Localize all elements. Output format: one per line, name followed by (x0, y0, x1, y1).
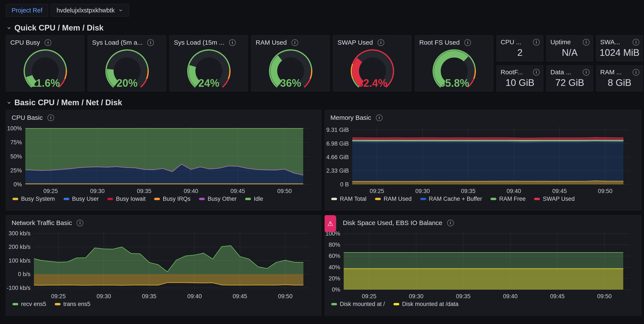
info-icon[interactable]: i (292, 39, 298, 46)
svg-text:75%: 75% (10, 139, 22, 146)
panel-title[interactable]: Uptime (550, 38, 571, 46)
panel-title[interactable]: SWAP Used (338, 39, 373, 46)
legend-swatch (12, 198, 18, 200)
panel-title[interactable]: RAM ... (600, 68, 622, 76)
legend-label: Busy Other (208, 196, 236, 202)
quick-row: CPU Busyi11.6%Sys Load (5m a...i20%Sys L… (6, 35, 638, 92)
legend-item-busy-system[interactable]: Busy System (12, 196, 55, 202)
info-icon[interactable]: i (464, 39, 471, 46)
gauge-panel-swap-used: SWAP Usedi32.4% (333, 35, 412, 92)
stat-value: 2 (497, 46, 543, 61)
info-icon[interactable]: i (378, 39, 384, 46)
legend-item-disk-mounted-at-[interactable]: Disk mounted at / (331, 301, 385, 308)
info-icon[interactable]: i (583, 39, 590, 46)
stat-value: N/A (546, 46, 593, 61)
panel-title[interactable]: Disk Space Used, EBS IO Balance (343, 219, 442, 226)
info-icon[interactable]: i (45, 39, 51, 46)
section-quick-cpu-mem-disk[interactable]: Quick CPU / Mem / Disk (6, 23, 638, 33)
chart-panel-cpu: CPU Basici100%75%50%25%0%09:2509:3009:35… (6, 110, 321, 210)
legend-swatch (490, 198, 496, 200)
panel-title[interactable]: Network Traffic Basic (12, 219, 72, 226)
panel-title[interactable]: Data ... (550, 68, 571, 76)
legend-item-ram-total[interactable]: RAM Total (331, 196, 366, 202)
legend-item-busy-other[interactable]: Busy Other (199, 196, 236, 202)
stat-panel-data-: Data ...i72 GiB (546, 65, 593, 92)
gauge: 24% (170, 46, 248, 90)
legend-item-swap-used[interactable]: SWAP Used (534, 196, 575, 202)
legend-item-idle[interactable]: Idle (245, 196, 263, 202)
svg-text:09:40: 09:40 (187, 293, 202, 299)
gauge-value: 32.4% (358, 77, 387, 89)
info-icon[interactable]: i (632, 39, 639, 46)
stat-panel-rootf-: RootF...i10 GiB (496, 65, 543, 92)
svg-text:09:30: 09:30 (96, 293, 111, 299)
svg-text:09:45: 09:45 (550, 293, 565, 299)
info-icon[interactable]: i (77, 220, 83, 226)
gauge-panel-ram-used: RAM Usedi36% (251, 35, 330, 92)
panel-title[interactable]: Root FS Used (419, 39, 460, 46)
panel-title[interactable]: RAM Used (256, 39, 287, 46)
svg-text:60%: 60% (329, 253, 340, 259)
info-icon[interactable]: i (447, 220, 454, 226)
svg-text:09:35: 09:35 (461, 188, 476, 194)
legend-label: SWAP Used (543, 196, 575, 202)
legend-item-disk-mounted-at-data[interactable]: Disk mounted at /data (394, 301, 458, 308)
legend: Disk mounted at /Disk mounted at /data (325, 299, 641, 308)
chart-network[interactable]: 300 kb/s200 kb/s100 kb/s0 b/s-100 kb/s09… (6, 228, 322, 299)
panel-title[interactable]: CPU ... (500, 38, 522, 46)
gauge: 32.4% (333, 46, 412, 90)
alert-icon[interactable]: ⚠ (324, 215, 336, 232)
legend-swatch (55, 303, 60, 305)
legend-label: Idle (254, 196, 263, 202)
legend: recv ens5trans ens5 (6, 299, 321, 308)
svg-text:4.66 GiB: 4.66 GiB (326, 154, 349, 160)
panel-title[interactable]: Sys Load (5m a... (92, 39, 142, 46)
chevron-down-icon (6, 25, 12, 31)
legend-swatch (331, 198, 337, 200)
info-icon[interactable]: i (48, 114, 54, 121)
legend-item-busy-iowait[interactable]: Busy Iowait (107, 196, 146, 202)
chart-disk[interactable]: 100%80%60%40%20%0%09:2509:3009:3509:4009… (325, 228, 642, 299)
info-icon[interactable]: i (229, 39, 236, 46)
legend-label: trans ens5 (63, 301, 90, 308)
svg-text:09:25: 09:25 (370, 188, 384, 194)
svg-text:09:45: 09:45 (233, 293, 247, 299)
legend-label: recv ens5 (21, 301, 46, 308)
panel-title[interactable]: Sys Load (15m ... (174, 39, 224, 46)
legend-item-busy-user[interactable]: Busy User (64, 196, 99, 202)
section-title: Basic CPU / Mem / Net / Disk (14, 98, 122, 107)
legend-swatch (534, 198, 540, 200)
svg-text:100 kb/s: 100 kb/s (8, 258, 30, 264)
svg-text:09:50: 09:50 (598, 188, 612, 194)
chart-memory[interactable]: 9.31 GiB6.98 GiB4.66 GiB2.33 GiB0 B09:25… (325, 123, 642, 194)
svg-text:0%: 0% (14, 181, 22, 188)
panel-title[interactable]: SWA... (600, 38, 620, 46)
variable-label: Project Ref (6, 4, 48, 17)
project-ref-dropdown[interactable]: hvdelujxlxstpxkhwbtk (51, 4, 129, 17)
info-icon[interactable]: i (376, 114, 382, 121)
info-icon[interactable]: i (533, 39, 540, 46)
info-icon[interactable]: i (632, 69, 639, 76)
panel-title[interactable]: Memory Basic (330, 114, 371, 121)
info-icon[interactable]: i (147, 39, 154, 46)
panel-title[interactable]: CPU Basic (12, 114, 43, 121)
gauge: 36% (251, 46, 330, 90)
legend-label: RAM Cache + Buffer (429, 196, 482, 202)
section-basic-cpu-mem-net-disk[interactable]: Basic CPU / Mem / Net / Disk (6, 98, 638, 107)
legend-item-ram-free[interactable]: RAM Free (490, 196, 526, 202)
legend-item-trans-ens5[interactable]: trans ens5 (55, 301, 90, 308)
legend-item-recv-ens5[interactable]: recv ens5 (12, 301, 46, 308)
legend-item-ram-used[interactable]: RAM Used (375, 196, 412, 202)
panel-title[interactable]: RootF... (500, 68, 523, 76)
legend-item-busy-irqs[interactable]: Busy IRQs (154, 196, 190, 202)
info-icon[interactable]: i (583, 69, 590, 76)
info-icon[interactable]: i (533, 69, 540, 76)
legend-item-ram-cache-buffer[interactable]: RAM Cache + Buffer (420, 196, 482, 202)
chart-panels: CPU Basici100%75%50%25%0%09:2509:3009:35… (6, 110, 638, 316)
panel-title[interactable]: CPU Busy (10, 39, 40, 46)
project-ref-value: hvdelujxlxstpxkhwbtk (56, 7, 115, 14)
legend-label: Busy System (21, 196, 55, 202)
svg-text:40%: 40% (329, 264, 340, 270)
chart-cpu[interactable]: 100%75%50%25%0%09:2509:3009:3509:4009:45… (6, 123, 322, 194)
chart-panel-disk: ⚠Disk Space Used, EBS IO Balancei100%80%… (324, 215, 642, 316)
